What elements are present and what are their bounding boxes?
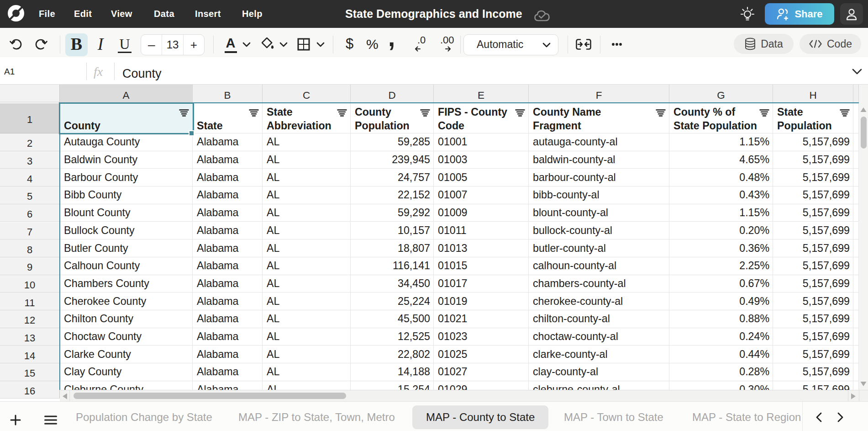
svg-text:.0: .0: [417, 37, 426, 46]
svg-text:.00: .00: [440, 37, 454, 46]
